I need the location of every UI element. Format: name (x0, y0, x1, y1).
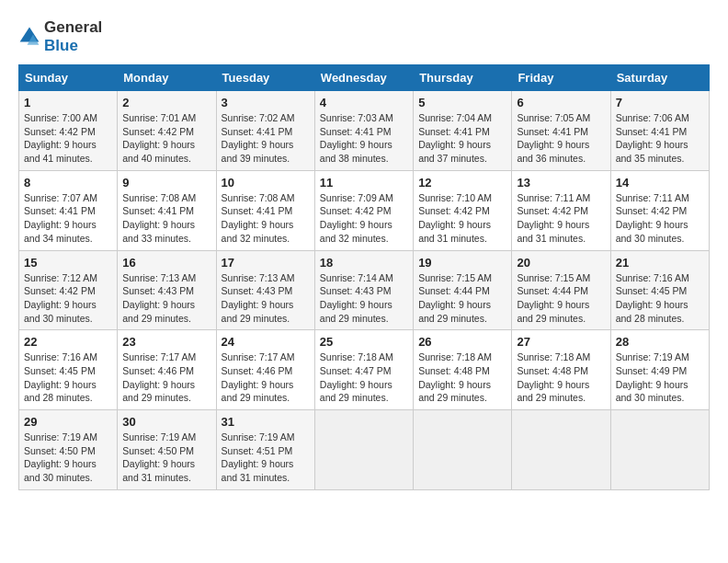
day-number: 27 (517, 335, 605, 349)
calendar-cell: 19 Sunrise: 7:15 AM Sunset: 4:44 PM Dayl… (414, 250, 512, 330)
day-number: 20 (517, 256, 605, 270)
day-number: 8 (24, 176, 112, 190)
calendar-cell: 6 Sunrise: 7:05 AM Sunset: 4:41 PM Dayli… (512, 91, 610, 171)
day-detail: Sunrise: 7:12 AM Sunset: 4:42 PM Dayligh… (24, 271, 112, 326)
calendar-table: SundayMondayTuesdayWednesdayThursdayFrid… (18, 64, 710, 490)
day-detail: Sunrise: 7:18 AM Sunset: 4:48 PM Dayligh… (418, 350, 506, 405)
day-detail: Sunrise: 7:00 AM Sunset: 4:42 PM Dayligh… (24, 111, 112, 166)
calendar-cell: 7 Sunrise: 7:06 AM Sunset: 4:41 PM Dayli… (610, 91, 709, 171)
day-number: 28 (616, 335, 704, 349)
day-detail: Sunrise: 7:13 AM Sunset: 4:43 PM Dayligh… (122, 271, 210, 326)
day-detail: Sunrise: 7:09 AM Sunset: 4:42 PM Dayligh… (320, 191, 408, 246)
day-detail: Sunrise: 7:10 AM Sunset: 4:42 PM Dayligh… (418, 191, 506, 246)
day-detail: Sunrise: 7:18 AM Sunset: 4:47 PM Dayligh… (320, 350, 408, 405)
day-detail: Sunrise: 7:04 AM Sunset: 4:41 PM Dayligh… (418, 111, 506, 166)
day-number: 9 (122, 176, 210, 190)
day-number: 11 (320, 176, 408, 190)
calendar-cell: 28 Sunrise: 7:19 AM Sunset: 4:49 PM Dayl… (610, 330, 709, 410)
day-detail: Sunrise: 7:11 AM Sunset: 4:42 PM Dayligh… (616, 191, 704, 246)
day-detail: Sunrise: 7:15 AM Sunset: 4:44 PM Dayligh… (517, 271, 605, 326)
weekday-header: Tuesday (216, 65, 314, 91)
day-number: 5 (418, 96, 506, 109)
day-detail: Sunrise: 7:19 AM Sunset: 4:49 PM Dayligh… (616, 350, 704, 405)
day-number: 26 (418, 335, 506, 349)
day-detail: Sunrise: 7:19 AM Sunset: 4:51 PM Dayligh… (222, 431, 310, 485)
calendar-cell (314, 410, 413, 490)
day-number: 18 (320, 256, 408, 270)
day-number: 4 (320, 96, 408, 109)
calendar-cell: 8 Sunrise: 7:07 AM Sunset: 4:41 PM Dayli… (19, 170, 118, 250)
calendar-cell: 10 Sunrise: 7:08 AM Sunset: 4:41 PM Dayl… (216, 170, 314, 250)
calendar-cell: 23 Sunrise: 7:17 AM Sunset: 4:46 PM Dayl… (118, 330, 216, 410)
calendar-cell: 5 Sunrise: 7:04 AM Sunset: 4:41 PM Dayli… (414, 91, 512, 171)
day-detail: Sunrise: 7:17 AM Sunset: 4:46 PM Dayligh… (222, 350, 310, 405)
day-number: 29 (24, 415, 112, 429)
day-detail: Sunrise: 7:08 AM Sunset: 4:41 PM Dayligh… (222, 191, 310, 246)
logo-icon (18, 26, 40, 48)
day-detail: Sunrise: 7:03 AM Sunset: 4:41 PM Dayligh… (320, 111, 408, 166)
day-number: 2 (122, 96, 210, 109)
weekday-header: Sunday (19, 65, 118, 91)
weekday-header: Wednesday (314, 65, 413, 91)
day-number: 31 (222, 415, 310, 429)
day-number: 13 (517, 176, 605, 190)
day-number: 14 (616, 176, 704, 190)
day-detail: Sunrise: 7:16 AM Sunset: 4:45 PM Dayligh… (24, 350, 112, 405)
day-detail: Sunrise: 7:06 AM Sunset: 4:41 PM Dayligh… (616, 111, 704, 166)
calendar-cell: 14 Sunrise: 7:11 AM Sunset: 4:42 PM Dayl… (610, 170, 709, 250)
calendar-cell: 18 Sunrise: 7:14 AM Sunset: 4:43 PM Dayl… (314, 250, 413, 330)
calendar-cell (414, 410, 512, 490)
calendar-cell: 22 Sunrise: 7:16 AM Sunset: 4:45 PM Dayl… (19, 330, 118, 410)
day-detail: Sunrise: 7:14 AM Sunset: 4:43 PM Dayligh… (320, 271, 408, 326)
day-number: 21 (616, 256, 704, 270)
day-detail: Sunrise: 7:08 AM Sunset: 4:41 PM Dayligh… (122, 191, 210, 246)
day-number: 1 (24, 96, 112, 109)
calendar-cell: 3 Sunrise: 7:02 AM Sunset: 4:41 PM Dayli… (216, 91, 314, 171)
calendar-cell: 16 Sunrise: 7:13 AM Sunset: 4:43 PM Dayl… (118, 250, 216, 330)
calendar-cell: 25 Sunrise: 7:18 AM Sunset: 4:47 PM Dayl… (314, 330, 413, 410)
day-number: 12 (418, 176, 506, 190)
day-number: 17 (222, 256, 310, 270)
calendar-cell: 11 Sunrise: 7:09 AM Sunset: 4:42 PM Dayl… (314, 170, 413, 250)
calendar-cell: 13 Sunrise: 7:11 AM Sunset: 4:42 PM Dayl… (512, 170, 610, 250)
day-detail: Sunrise: 7:11 AM Sunset: 4:42 PM Dayligh… (517, 191, 605, 246)
logo-area: General Blue (18, 18, 102, 55)
weekday-header: Thursday (414, 65, 512, 91)
calendar-cell: 21 Sunrise: 7:16 AM Sunset: 4:45 PM Dayl… (610, 250, 709, 330)
day-number: 3 (222, 96, 310, 109)
day-number: 22 (24, 335, 112, 349)
calendar-cell: 15 Sunrise: 7:12 AM Sunset: 4:42 PM Dayl… (19, 250, 118, 330)
calendar-cell: 17 Sunrise: 7:13 AM Sunset: 4:43 PM Dayl… (216, 250, 314, 330)
day-detail: Sunrise: 7:18 AM Sunset: 4:48 PM Dayligh… (517, 350, 605, 405)
logo-text: General Blue (44, 18, 102, 55)
day-detail: Sunrise: 7:19 AM Sunset: 4:50 PM Dayligh… (24, 431, 112, 485)
day-detail: Sunrise: 7:19 AM Sunset: 4:50 PM Dayligh… (122, 431, 210, 485)
day-number: 30 (122, 415, 210, 429)
day-detail: Sunrise: 7:15 AM Sunset: 4:44 PM Dayligh… (418, 271, 506, 326)
day-number: 7 (616, 96, 704, 109)
day-number: 6 (517, 96, 605, 109)
calendar-cell: 4 Sunrise: 7:03 AM Sunset: 4:41 PM Dayli… (314, 91, 413, 171)
day-detail: Sunrise: 7:17 AM Sunset: 4:46 PM Dayligh… (122, 350, 210, 405)
day-number: 24 (222, 335, 310, 349)
calendar-cell (610, 410, 709, 490)
svg-marker-0 (20, 28, 40, 42)
day-number: 19 (418, 256, 506, 270)
day-number: 16 (122, 256, 210, 270)
day-detail: Sunrise: 7:13 AM Sunset: 4:43 PM Dayligh… (222, 271, 310, 326)
weekday-header: Friday (512, 65, 610, 91)
header: General Blue (18, 18, 710, 55)
calendar-cell: 2 Sunrise: 7:01 AM Sunset: 4:42 PM Dayli… (118, 91, 216, 171)
day-detail: Sunrise: 7:05 AM Sunset: 4:41 PM Dayligh… (517, 111, 605, 166)
calendar-cell: 29 Sunrise: 7:19 AM Sunset: 4:50 PM Dayl… (19, 410, 118, 490)
calendar-cell: 24 Sunrise: 7:17 AM Sunset: 4:46 PM Dayl… (216, 330, 314, 410)
calendar-cell (512, 410, 610, 490)
day-number: 10 (222, 176, 310, 190)
day-detail: Sunrise: 7:01 AM Sunset: 4:42 PM Dayligh… (122, 111, 210, 166)
day-detail: Sunrise: 7:02 AM Sunset: 4:41 PM Dayligh… (222, 111, 310, 166)
day-number: 25 (320, 335, 408, 349)
day-number: 15 (24, 256, 112, 270)
day-detail: Sunrise: 7:16 AM Sunset: 4:45 PM Dayligh… (616, 271, 704, 326)
weekday-header: Monday (118, 65, 216, 91)
calendar-cell: 31 Sunrise: 7:19 AM Sunset: 4:51 PM Dayl… (216, 410, 314, 490)
